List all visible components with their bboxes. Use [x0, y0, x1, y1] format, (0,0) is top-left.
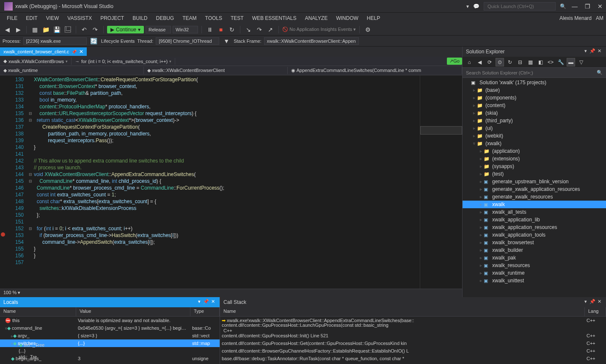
tree-item[interactable]: ▹📁(components): [463, 94, 606, 102]
col-lang[interactable]: Lang: [585, 307, 606, 316]
solution-search[interactable]: Search Solution Explorer (Ctrl+;) 🔍: [463, 68, 606, 78]
menu-analyze[interactable]: ANALYZE: [300, 14, 332, 23]
class-nav-dropdown[interactable]: ◆ xwalk.XWalkContentBrows ▾: [0, 58, 72, 65]
close-panel-icon[interactable]: ✕: [209, 299, 216, 306]
tool-icon[interactable]: ⚙: [363, 25, 372, 34]
restart-icon[interactable]: ↻: [227, 25, 237, 34]
pin-panel-icon[interactable]: 📌: [589, 299, 596, 306]
tree-item[interactable]: ▹▣xwalk: [463, 201, 606, 208]
locals-row[interactable]: ⛔ thisVariable is optimized away and not…: [0, 317, 220, 324]
step-out-icon[interactable]: ↗: [266, 25, 275, 34]
menu-test[interactable]: TEST: [226, 14, 248, 23]
config-dropdown[interactable]: Release: [146, 26, 171, 33]
process-dropdown[interactable]: [2236] xwalk.exe: [23, 37, 87, 45]
tree-item[interactable]: ▹▣generate_xwalk_application_resources: [463, 185, 606, 193]
tree-item[interactable]: ▣Solution 'xwalk' (175 projects): [463, 79, 606, 86]
locals-row[interactable]: ▿◆ command_line0x045e0530 {argv_={ size=…: [0, 324, 220, 332]
dropdown-icon[interactable]: ▾: [582, 299, 589, 306]
col-name[interactable]: Name: [220, 307, 585, 316]
continue-button[interactable]: ▶ Continue ▾: [107, 26, 144, 33]
locals-row[interactable]: ▹◆ std::_Tree{...}std::_Tre: [0, 347, 220, 355]
save-all-icon[interactable]: ⿺: [63, 25, 72, 34]
user-avatar[interactable]: AM: [596, 15, 603, 21]
user-name-label[interactable]: Alexis Menard: [559, 15, 596, 21]
callstack-row[interactable]: content.dll!content::BrowserGpuChannelHo…: [220, 347, 606, 355]
locals-grid[interactable]: ⛔ thisVariable is optimized away and not…: [0, 317, 220, 364]
tree-item[interactable]: ▹▣xwalk_application_tools: [463, 231, 606, 239]
collapse-icon[interactable]: ⊟: [516, 58, 524, 66]
close-button[interactable]: ✕: [596, 2, 604, 11]
minimize-button[interactable]: —: [570, 2, 579, 11]
undo-icon[interactable]: ↶: [80, 25, 89, 34]
tree-item[interactable]: ▿📁(xwalk): [463, 140, 606, 147]
callstack-grid[interactable]: ➡ xwalk.exe!xwalk::XWalkContentBrowserCl…: [220, 317, 606, 364]
col-type[interactable]: Type: [190, 307, 220, 316]
thread-dropdown[interactable]: [9508] Chrome_IOThread: [156, 37, 219, 45]
menu-build[interactable]: BUILD: [128, 14, 152, 23]
go-button[interactable]: ↗Go: [447, 58, 462, 65]
tree-item[interactable]: ▹▣xwalk_application_lib: [463, 216, 606, 223]
properties-icon[interactable]: 🔧: [556, 58, 565, 66]
scope-icon[interactable]: ⊙: [496, 58, 504, 66]
col-name[interactable]: Name: [0, 307, 76, 316]
show-all-icon[interactable]: ▦: [526, 58, 534, 66]
tree-item[interactable]: ▹📁(webkit): [463, 132, 606, 140]
tree-item[interactable]: ▹📁(ui): [463, 124, 606, 132]
refresh-icon[interactable]: ↻: [506, 58, 514, 66]
tree-item[interactable]: ▹▣xwalk_browsertest: [463, 239, 606, 246]
tree-item[interactable]: ▹▣xwalk_resources: [463, 262, 606, 269]
filter-icon[interactable]: ▼: [222, 36, 231, 46]
filter-icon[interactable]: ▬: [567, 58, 575, 66]
callstack-row[interactable]: content.dll!content::GpuProcessHost::Lau…: [220, 324, 606, 332]
code-icon[interactable]: <>: [546, 58, 555, 66]
sync-icon[interactable]: ⟳: [485, 58, 494, 66]
tree-item[interactable]: ▹📁(third_party): [463, 117, 606, 124]
tree-item[interactable]: ▹▣xwalk_application_resources: [463, 223, 606, 231]
solution-tree[interactable]: ▣Solution 'xwalk' (175 projects)▹📁(base)…: [463, 78, 606, 297]
menu-window[interactable]: WINDOW: [332, 14, 363, 23]
callstack-row[interactable]: content.dll!content::GpuProcessHost::Ini…: [220, 332, 606, 339]
tree-item[interactable]: ▹📁(extensions): [463, 155, 606, 163]
tree-item[interactable]: ▹▣xwalk_builder: [463, 246, 606, 254]
menu-help[interactable]: HELP: [363, 14, 384, 23]
break-all-icon[interactable]: ⏸: [205, 25, 215, 34]
tree-item[interactable]: ▹▣generate_xwalk_resources: [463, 193, 606, 201]
stop-debug-icon[interactable]: ■: [216, 25, 226, 34]
breakpoint-gutter[interactable]: [0, 75, 6, 289]
callstack-row[interactable]: content.dll!content::GpuProcessHost::Get…: [220, 339, 606, 347]
pin-icon[interactable]: 📌: [72, 50, 77, 54]
redo-icon[interactable]: ↷: [91, 25, 100, 34]
tree-item[interactable]: ▹📁(test): [463, 170, 606, 178]
pin-panel-icon[interactable]: 📌: [589, 48, 596, 55]
open-icon[interactable]: 📁: [41, 25, 50, 34]
menu-debug[interactable]: DEBUG: [152, 14, 179, 23]
close-panel-icon[interactable]: ✕: [596, 299, 603, 306]
feedback-icon[interactable]: 💬: [473, 3, 479, 9]
save-icon[interactable]: 💾: [52, 25, 61, 34]
callstack-row[interactable]: base.dll!base::debug::TaskAnnotator::Run…: [220, 355, 606, 362]
col-value[interactable]: Value: [76, 307, 190, 316]
quick-launch-input[interactable]: [484, 2, 556, 11]
tree-item[interactable]: ▹▣xwalk_all_tests: [463, 208, 606, 216]
menu-tools[interactable]: TOOLS: [201, 14, 226, 23]
new-project-icon[interactable]: ▦: [30, 25, 39, 34]
breakpoint-icon[interactable]: [1, 232, 5, 237]
lifecycle-icon[interactable]: 🔄: [89, 36, 99, 46]
member-combo[interactable]: ◉ AppendExtraCommandLineSwitches(Command…: [288, 67, 462, 74]
nav-fwd-icon[interactable]: ▶: [14, 25, 23, 34]
tree-item[interactable]: ▹📁(application): [463, 147, 606, 155]
locals-row[interactable]: ◆ child_process_id2int: [0, 362, 220, 364]
back-icon[interactable]: ◀: [475, 58, 484, 66]
func-nav-dropdown[interactable]: → for (int i = 0; i< extra_switches_coun…: [72, 58, 175, 65]
code-minimap[interactable]: [420, 75, 462, 289]
tree-item[interactable]: ▹▣xwalk_runtime: [463, 269, 606, 277]
notification-icon[interactable]: ▾: [466, 3, 469, 9]
minimap-viewport[interactable]: [420, 126, 462, 135]
class-combo[interactable]: ◆ xwalk::XWalkContentBrowserClient: [144, 67, 288, 74]
step-into-icon[interactable]: ↘: [244, 25, 253, 34]
funnel-icon[interactable]: ▽: [577, 58, 585, 66]
pin-panel-icon[interactable]: 📌: [203, 299, 209, 306]
tree-item[interactable]: ▹▣generate_upstream_blink_version: [463, 178, 606, 185]
locals-row[interactable]: ◆ begin_args_3unsigne: [0, 355, 220, 362]
tree-item[interactable]: ▹📁(base): [463, 86, 606, 94]
